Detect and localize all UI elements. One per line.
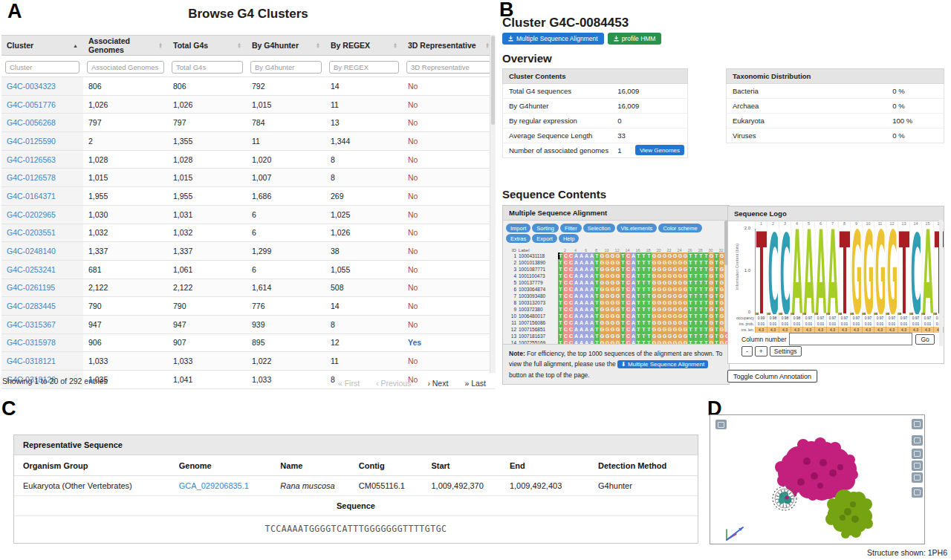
msa-sequence-cells: TCCAAAATGGGGTCATTTGGGGGGGTTTTGTGC [558,266,730,273]
filter-input-associated-genomes[interactable] [87,61,164,74]
cluster-link[interactable]: G4C-0318121 [7,356,56,365]
logo-column-number: 10 [862,221,874,228]
msa-residue: T [714,259,719,266]
zoom-in-button[interactable]: + [755,346,767,356]
msa-residue: G [600,313,605,319]
view-genomes-button[interactable]: View Genomes [635,145,684,155]
zoom-out-view-button[interactable] [912,460,923,471]
representative-flag: Yes [408,338,421,347]
msa-tool-vis-elements[interactable]: Vis.elements [617,224,658,232]
logo-annotation-value: 0.01 [874,321,886,327]
fullscreen-button[interactable] [912,472,923,483]
filter-input-total-g4s[interactable] [172,61,243,74]
msa-tool-filter[interactable]: Filter [560,224,582,232]
screenshot-button[interactable] [715,420,727,429]
cluster-link[interactable]: G4C-0125590 [7,137,56,146]
cluster-link[interactable]: G4C-0126578 [7,173,56,182]
cluster-link[interactable]: G4C-0202965 [7,210,56,219]
clusters-table-body: G4C-003432380680679214NoG4C-00517761,026… [1,77,495,389]
download-msa-button[interactable]: Multiple Sequence Alignment [502,33,604,45]
filter-cell [83,59,168,74]
spin-button[interactable] [912,419,923,429]
msa-residue: T [693,319,698,326]
msa-residue: T [704,319,709,326]
cluster-link[interactable]: G4C-0126563 [7,155,56,164]
msa-residue: T [594,333,600,339]
cluster-link[interactable]: G4C-0248140 [7,247,56,255]
zoom-out-button[interactable]: - [741,346,753,356]
msa-note-download-button[interactable]: ⬇ Multiple Sequence Alignment [617,360,708,368]
column-header-associated-genomes[interactable]: Associated Genomes▲▼ [83,36,168,54]
msa-tool-selection[interactable]: Selection [583,224,615,232]
go-button[interactable]: Go [915,334,934,345]
cluster-link[interactable]: G4C-0315978 [7,338,56,347]
overview-row: By G4hunter16,009 [503,98,687,113]
logo-scrollbar[interactable] [939,220,943,346]
logo-column-numbers: 12345678910111213141516 [755,221,944,228]
msa-residue: T [636,273,641,279]
value-cell: 1,028 [83,155,168,164]
msa-residue: G [662,293,667,299]
zoom-in-view-button[interactable] [912,449,923,459]
logo-annotation-value: 0.01 [850,321,862,327]
cluster-link[interactable]: G4C-0051776 [7,100,56,109]
msa-residue: A [584,293,589,299]
msa-sequence-label: 1007156086 [519,320,558,325]
msa-residue: A [631,299,636,306]
msa-tool-extras[interactable]: Extras [506,234,530,243]
msa-residue: T [688,299,693,306]
pagination-last[interactable]: » Last [464,379,486,388]
filter-input-by-regex[interactable] [329,61,399,74]
msa-tool-help[interactable]: Help [559,234,579,243]
msa-residue: T [558,253,563,259]
msa-tool-export[interactable]: Export [532,234,557,243]
column-number-input[interactable] [789,333,912,345]
cluster-link[interactable]: G4C-0283445 [7,302,56,310]
msa-residue: G [605,259,610,266]
logo-zoom-controls: - + Settings [741,346,804,356]
cluster-link[interactable]: G4C-0164371 [7,192,56,201]
column-header-cluster[interactable]: Cluster▲ [1,41,83,50]
overview-value: 1 [617,146,621,154]
structure-viewer[interactable] [710,414,925,544]
msa-tool-import[interactable]: Import [506,224,530,232]
filter-input-3d-representative[interactable] [406,61,491,74]
download-hmm-button[interactable]: profile HMM [608,33,662,45]
reset-view-button[interactable] [912,435,923,446]
msa-residue: G [709,333,714,339]
msa-tool-color-scheme[interactable]: Color scheme [658,224,701,232]
column-header-by-regex[interactable]: By REGEX▲▼ [325,41,403,50]
value-cell: 1,025 [325,210,403,219]
msa-residue: T [688,333,693,339]
filter-input-by-g4hunter[interactable] [250,61,322,74]
cluster-link[interactable]: G4C-0056268 [7,118,56,127]
msa-alignment[interactable]: 11000431118TCCAAAATGGGGTCATTTGGGGGGGTTTT… [503,253,729,353]
msa-residue: G [615,306,620,313]
pagination-next[interactable]: › Next [427,379,448,388]
detection-method-value: G4hunter [598,481,689,490]
settings-button[interactable]: Settings [770,346,802,356]
msa-residue: A [579,293,584,299]
msa-residue: T [636,253,641,259]
toggle-column-annotation-button[interactable]: Toggle Column Annotation [727,370,817,382]
pagination-first[interactable]: « First [338,379,360,388]
msa-tool-sorting[interactable]: Sorting [532,224,559,232]
clusters-table-scrollbar[interactable] [490,35,496,373]
msa-sequence-cells: TCCAAAATGGGGTCATTTGGGGGGGTTTTGTGC [558,313,730,319]
column-header-total-g4s[interactable]: Total G4s▲▼ [168,41,247,50]
genome-link[interactable]: GCA_029206835.1 [179,481,249,490]
cluster-link[interactable]: G4C-0203551 [7,228,56,237]
cluster-link[interactable]: G4C-0253241 [7,265,56,274]
msa-residue: G [600,286,605,293]
filter-input-cluster[interactable] [5,61,79,74]
msa-residue: C [626,293,631,299]
column-header-by-g4hunter[interactable]: By G4hunter▲▼ [247,41,325,50]
cluster-link[interactable]: G4C-0315367 [7,320,56,329]
cluster-link[interactable]: G4C-0261195 [7,283,55,292]
logo-letter: T [840,229,851,314]
msa-residue: T [620,293,626,299]
pagination-previous[interactable]: ‹ Previous [376,379,411,388]
cluster-link[interactable]: G4C-0034323 [7,82,56,91]
settings-view-button[interactable] [912,487,923,498]
column-header-3d-representative[interactable]: 3D Representative▲▼ [403,41,495,50]
